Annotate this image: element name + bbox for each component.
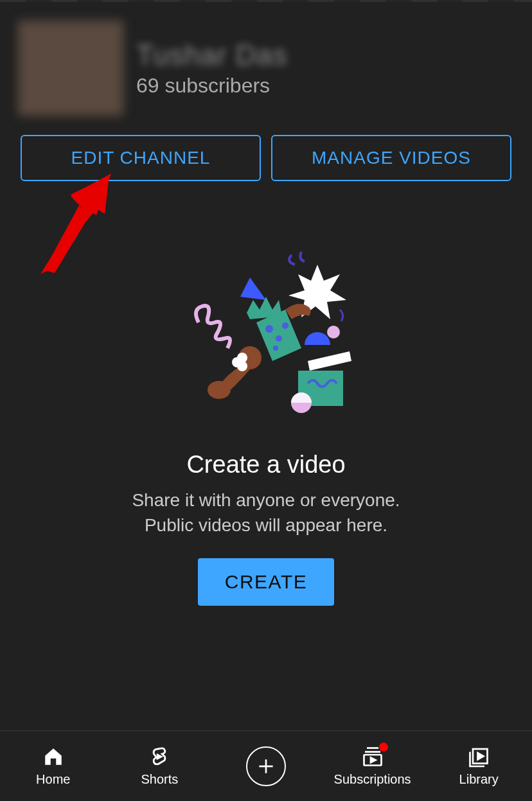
nav-shorts-label: Shorts — [141, 772, 178, 787]
nav-create[interactable] — [213, 746, 319, 786]
nav-library[interactable]: Library — [425, 745, 532, 787]
nav-home[interactable]: Home — [0, 745, 107, 787]
svg-marker-17 — [308, 351, 351, 371]
svg-point-14 — [237, 361, 247, 371]
subscriptions-icon — [361, 745, 384, 768]
svg-marker-2 — [240, 277, 266, 300]
svg-point-9 — [273, 346, 278, 351]
create-button[interactable]: CREATE — [198, 558, 334, 606]
svg-point-7 — [276, 335, 282, 342]
channel-name: Tushar Das — [136, 39, 514, 71]
plus-circle-icon — [246, 746, 286, 786]
channel-header: Tushar Das 69 subscribers — [0, 3, 532, 128]
nav-shorts[interactable]: Shorts — [107, 745, 213, 787]
svg-marker-25 — [371, 758, 376, 763]
action-button-row: EDIT CHANNEL MANAGE VIDEOS — [0, 135, 532, 181]
svg-point-6 — [265, 325, 273, 333]
empty-state-illustration — [0, 245, 532, 425]
library-icon — [467, 745, 490, 768]
empty-state-title: Create a video — [0, 451, 532, 479]
edit-channel-button[interactable]: EDIT CHANNEL — [21, 135, 261, 181]
empty-state-subtitle: Share it with anyone or everyone. Public… — [0, 488, 532, 538]
top-bar — [0, 0, 532, 3]
nav-library-label: Library — [459, 772, 499, 787]
empty-state-line2: Public videos will appear here. — [145, 515, 387, 535]
home-icon — [42, 745, 65, 768]
svg-point-8 — [282, 322, 288, 329]
empty-state-section: Create a video Share it with anyone or e… — [0, 451, 532, 606]
bottom-navigation: Home Shorts Subscrip — [0, 730, 532, 801]
svg-marker-19 — [158, 755, 162, 759]
nav-subscriptions[interactable]: Subscriptions — [319, 745, 426, 787]
svg-point-15 — [327, 326, 340, 339]
subscriber-count: 69 subscribers — [136, 74, 514, 98]
nav-subscriptions-label: Subscriptions — [334, 772, 411, 787]
channel-info: Tushar Das 69 subscribers — [136, 39, 514, 98]
channel-avatar[interactable] — [18, 21, 123, 116]
notification-dot-icon — [379, 743, 388, 752]
svg-marker-27 — [478, 753, 484, 760]
svg-point-10 — [208, 381, 231, 399]
nav-home-label: Home — [36, 772, 70, 787]
manage-videos-button[interactable]: MANAGE VIDEOS — [271, 135, 511, 181]
empty-state-line1: Share it with anyone or everyone. — [132, 490, 400, 510]
shorts-icon — [148, 745, 171, 768]
